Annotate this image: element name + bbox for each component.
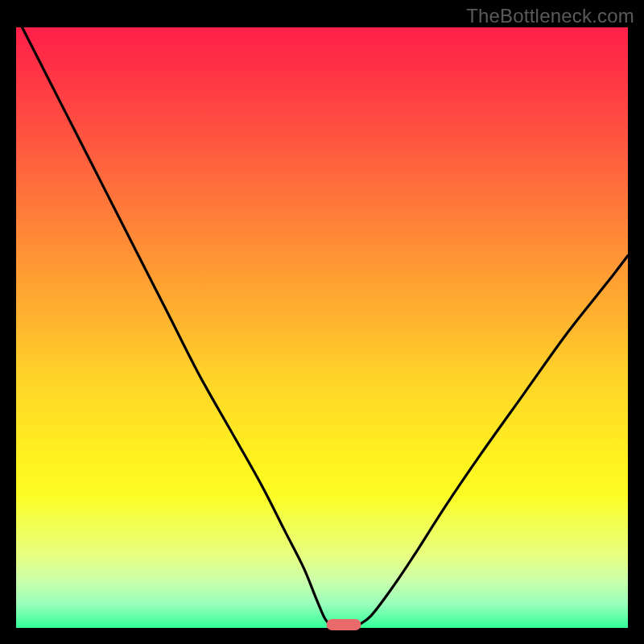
- attribution-text: TheBottleneck.com: [466, 5, 634, 27]
- right-curve: [359, 255, 628, 625]
- curve-svg: [16, 27, 628, 628]
- left-curve: [23, 27, 332, 625]
- plot-area: [16, 27, 628, 628]
- chart-frame: TheBottleneck.com: [0, 0, 644, 644]
- bottleneck-marker: [327, 619, 361, 630]
